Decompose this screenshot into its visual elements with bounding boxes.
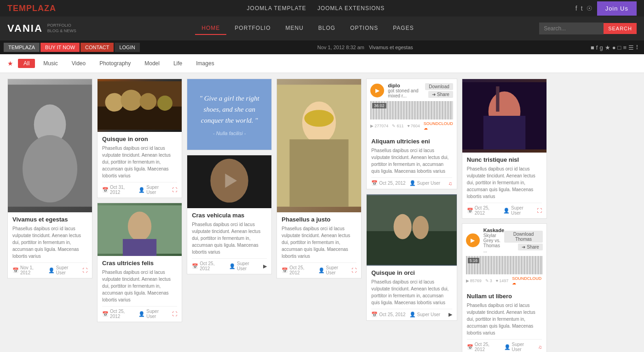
nav-pages[interactable]: PAGES [386, 22, 420, 35]
top-nav-joomla-template[interactable]: JOOMLA TEMPLATE [247, 5, 306, 11]
search-button[interactable]: SEARCH [604, 23, 637, 34]
top-nav-joomla-extensions[interactable]: JOOMLA EXTENSIONS [317, 5, 385, 11]
calendar-icon-8: 📅 [192, 263, 198, 269]
subnav-icon-5[interactable]: ● [612, 44, 616, 51]
video-type-icon-9: ▶ [448, 312, 452, 318]
play-count-diplo: ▶ 277074 [370, 124, 388, 128]
subnav-buyitnow[interactable]: BUY IT NOW [40, 43, 80, 52]
filter-images[interactable]: Images [190, 59, 219, 68]
filter-all[interactable]: All [18, 59, 35, 68]
music-song-diplo: got stoned and mixed r... [388, 88, 425, 98]
music-header-diplo: ▶ diplo got stoned and mixed r... Downlo… [370, 83, 453, 98]
play-button-kaskade[interactable]: ▶ [466, 233, 480, 247]
download-button-kaskade[interactable]: Download Thomas [504, 231, 543, 243]
svg-rect-3 [8, 85, 92, 206]
quote-text: " Give a girl the right shoes, and she c… [196, 93, 262, 126]
music-time-kaskade: 5:16 [468, 258, 480, 263]
nav-home[interactable]: HOME [195, 22, 226, 35]
subnav-icon-2[interactable]: f [596, 44, 598, 51]
nav-menu[interactable]: MENU [279, 22, 310, 35]
facebook-icon[interactable]: f [575, 5, 577, 12]
card-cras-vehicula-title: Cras vehicula mas [192, 212, 267, 219]
comment-count-diplo: ✎ 611 [392, 124, 403, 128]
nav-blog[interactable]: BLOG [312, 22, 342, 35]
svg-point-9 [157, 96, 172, 111]
calendar-icon-7: 📅 [102, 311, 109, 317]
subnav-icon-7[interactable]: ≡ [623, 44, 627, 51]
music-time-diplo: 36:02 [372, 103, 386, 108]
svg-point-11 [128, 212, 151, 241]
subnav-icon-9[interactable]: ⠇ [636, 44, 640, 51]
card-aliquam: ▶ diplo got stoned and mixed r... Downlo… [366, 79, 457, 189]
user-icon-10: 👤 [504, 344, 511, 350]
twitter-icon[interactable]: t [581, 5, 583, 12]
card-aliquam-text: Phasellus dapibus orci id lacus vulputat… [371, 147, 452, 175]
card-quisque-orci-text: Phasellus dapibus orci id lacus vulputat… [371, 278, 452, 306]
filter-life[interactable]: Life [168, 59, 188, 68]
card-nunc-meta: 📅 Oct 25, 2012 👤 Super User ⛶ [467, 203, 542, 216]
user-icon-2: 👤 [138, 187, 145, 193]
join-button[interactable]: Join Us [597, 1, 637, 16]
subnav-icon-8[interactable]: ☰ [628, 44, 634, 51]
brand-name: VANIA [7, 23, 43, 34]
calendar-icon-4: 📅 [282, 267, 288, 273]
music-artist-kaskade: Kaskade [483, 227, 504, 233]
download-button-diplo[interactable]: Download [425, 83, 453, 90]
content-area: Vivamus et egestas Phasellus dapibus orc… [0, 73, 644, 352]
music-info-kaskade: Kaskade Skylar Grey vs. Thomas ... [483, 227, 504, 253]
search-input[interactable] [539, 23, 604, 34]
card-nunc-title: Nunc tristique nisl [467, 156, 542, 163]
video-image [187, 155, 271, 208]
subnav-icon-1[interactable]: ■ [591, 44, 594, 51]
share-button-diplo[interactable]: ➜ Share [428, 91, 453, 98]
svg-rect-27 [483, 116, 526, 149]
waveform-kaskade: 5:16 [466, 256, 543, 274]
share-button-kaskade[interactable]: ➜ Share [518, 244, 542, 250]
subnav-templaza[interactable]: TEMPLAZA [4, 43, 40, 52]
rss-icon[interactable]: ☉ [586, 5, 592, 12]
card-cras-ultricies: Cras ultricies felis Phasellus dapibus o… [97, 203, 182, 322]
user-icon-6: 👤 [503, 208, 510, 214]
video-type-icon: ▶ [263, 263, 267, 269]
user-icon-5: 👤 [409, 180, 416, 186]
filter-music[interactable]: Music [38, 59, 63, 68]
card-phasellus-justo-date: 📅 Oct 25, 2012 [282, 265, 314, 275]
filter-video[interactable]: Video [66, 59, 91, 68]
card-cras-ultricies-date: 📅 Oct 25, 2012 [102, 309, 135, 319]
filter-model[interactable]: Model [139, 59, 165, 68]
subnav-contact[interactable]: CONTACT [80, 43, 114, 52]
music-card-kaskade: ▶ Kaskade Skylar Grey vs. Thomas ... Dow… [462, 224, 546, 289]
card-aliquam-author: 👤 Super User [409, 180, 441, 186]
card-phasellus-justo-text: Phasellus dapibus orci id lacus vulputat… [282, 225, 356, 260]
card-vivamus-author: 👤 Super User [48, 265, 79, 275]
play-button-diplo[interactable]: ▶ [370, 84, 384, 97]
card-quisque-oron: Quisque in oron Phasellus dapibus orci i… [97, 79, 182, 198]
card-cras-vehicula: Cras vehicula mas Phasellus dapibus orci… [187, 155, 272, 274]
site-logo: TEMPLAZA [7, 4, 56, 13]
card-vivamus-title: Vivamus et egestas [12, 216, 87, 223]
nav-portfolio[interactable]: PORTFOLIO [228, 22, 277, 35]
music-header-kaskade: ▶ Kaskade Skylar Grey vs. Thomas ... Dow… [466, 227, 543, 253]
subnav-icon-4[interactable]: ★ [605, 44, 610, 51]
card-nunc-text: Phasellus dapibus orci id lacus vulputat… [467, 165, 542, 200]
card-cras-vehicula-meta: 📅 Oct 25, 2012 👤 Super User ▶ [192, 258, 267, 271]
card-quisque-oron-title: Quisque in oron [102, 136, 177, 142]
guitar-image [462, 79, 546, 153]
nav-options[interactable]: OPTIONS [344, 22, 385, 35]
card-cras-ultricies-text: Phasellus dapibus orci id lacus vulputat… [102, 269, 177, 303]
user-icon-4: 👤 [318, 267, 325, 273]
calendar-icon-2: 📅 [102, 187, 109, 193]
subnav-login[interactable]: LOGIN [115, 43, 139, 52]
card-vivamus-date: 📅 Nov 1, 2012 [12, 265, 45, 275]
subnav-icon-3[interactable]: g [599, 44, 603, 51]
user-icon-9: 👤 [409, 312, 416, 318]
calendar-icon-9: 📅 [371, 312, 378, 318]
card-quote: " Give a girl the right shoes, and she c… [187, 79, 272, 150]
main-nav: HOME PORTFOLIO MENU BLOG OPTIONS PAGES [195, 22, 420, 35]
filter-tag-icon: ★ [7, 60, 13, 67]
card-quisque-orci-meta: 📅 Oct 25, 2012 👤 Super User ▶ [371, 309, 452, 318]
subnav-icon-6[interactable]: □ [618, 44, 621, 51]
filter-photography[interactable]: Photography [94, 59, 136, 68]
music-actions-kaskade: Download Thomas ➜ Share [504, 231, 543, 250]
card-nunc-date: 📅 Oct 25, 2012 [467, 205, 500, 216]
